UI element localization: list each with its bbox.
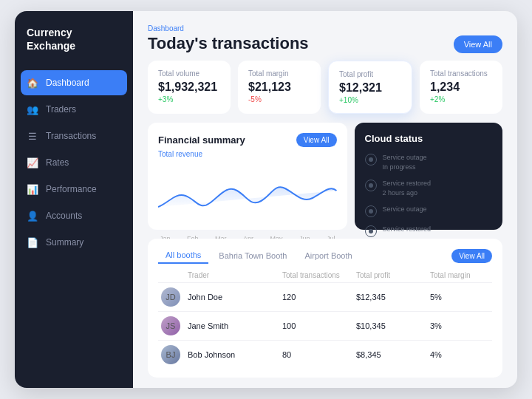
stat-label-volume: Total volume — [158, 69, 220, 78]
cloud-item-2: Service outage — [365, 205, 493, 217]
chart-header: Financial summary View All — [158, 133, 337, 147]
col-trader: Trader — [188, 271, 282, 279]
sidebar-label-summary: Summary — [46, 237, 83, 248]
cloud-item-sub-1: 2 hours ago — [383, 188, 432, 198]
cloud-item-text-0: Service outage In progress — [383, 153, 427, 171]
traders-icon: 👥 — [27, 103, 38, 115]
chart-area — [158, 163, 337, 232]
cloud-item-main-0: Service outage — [383, 153, 427, 163]
cloud-item-sub-0: In progress — [383, 163, 427, 172]
row-1-transactions: 100 — [282, 321, 356, 330]
row-2-profit: $8,345 — [356, 350, 430, 359]
avatar-2: BJ — [161, 345, 180, 364]
sidebar-label-rates: Rates — [46, 157, 69, 168]
sidebar-item-accounts[interactable]: 👤 Accounts — [15, 203, 133, 228]
table-row: BJ Bob Johnson 80 $8,345 4% — [158, 340, 492, 369]
tab-airport[interactable]: Airport Booth — [297, 248, 359, 263]
col-profit: Total profit — [356, 271, 430, 279]
row-0-margin: 5% — [430, 293, 489, 301]
sidebar: Currency Exchange 🏠 Dashboard 👥 Traders … — [15, 11, 133, 388]
rates-icon: 📈 — [27, 157, 38, 168]
chart-view-all-button[interactable]: View All — [296, 133, 337, 147]
cloud-item-text-1: Service restored 2 hours ago — [383, 179, 432, 197]
transactions-icon: ☰ — [27, 130, 38, 142]
stat-label-transactions: Total transactions — [430, 69, 492, 78]
stat-card-margin: Total margin $21,123 -5% — [238, 61, 321, 114]
row-1-margin: 3% — [430, 321, 489, 330]
cloud-title: Cloud status — [365, 133, 493, 144]
cloud-item-main-2: Service outage — [383, 205, 427, 214]
avatar-0: JD — [161, 287, 180, 307]
stats-row: Total volume $1,932,321 +3% Total margin… — [133, 61, 517, 114]
stat-card-volume: Total volume $1,932,321 +3% — [148, 61, 231, 114]
bottom-section: All booths Bahria Town Booth Airport Boo… — [148, 239, 502, 378]
stat-change-margin: -5% — [248, 95, 310, 103]
cloud-dot-2 — [365, 205, 377, 217]
page-title: Today's transactions — [148, 34, 309, 53]
row-1-name: Jane Smith — [188, 321, 282, 330]
header-titles: Dashboard Today's transactions — [148, 24, 309, 53]
row-2-transactions: 80 — [282, 350, 356, 359]
sidebar-item-rates[interactable]: 📈 Rates — [15, 150, 133, 175]
stat-change-profit: +10% — [339, 96, 401, 104]
summary-icon: 📄 — [27, 236, 38, 248]
tab-bahria[interactable]: Bahria Town Booth — [211, 248, 294, 263]
main-content: Dashboard Today's transactions View All … — [133, 11, 517, 388]
header-view-all-button[interactable]: View All — [454, 35, 502, 53]
table-row: JS Jane Smith 100 $10,345 3% — [158, 311, 492, 340]
performance-icon: 📊 — [27, 183, 38, 195]
cloud-item-3: Service restored — [365, 225, 493, 237]
sidebar-label-dashboard: Dashboard — [46, 78, 89, 88]
cloud-item-text-3: Service restored — [383, 225, 432, 234]
sidebar-item-dashboard[interactable]: 🏠 Dashboard — [21, 70, 127, 95]
row-1-profit: $10,345 — [356, 321, 430, 330]
cloud-dot-1 — [365, 180, 377, 191]
app-shell: Currency Exchange 🏠 Dashboard 👥 Traders … — [15, 11, 517, 388]
stat-card-transactions: Total transactions 1,234 +2% — [420, 61, 502, 114]
col-transactions: Total transactions — [282, 271, 356, 279]
stat-value-profit: $12,321 — [339, 81, 401, 95]
breadcrumb: Dashboard — [148, 24, 309, 33]
stat-value-margin: $21,123 — [248, 81, 310, 94]
table-row: JD John Doe 120 $12,345 5% — [158, 282, 492, 311]
sidebar-item-performance[interactable]: 📊 Performance — [15, 177, 133, 202]
row-0-transactions: 120 — [282, 293, 356, 301]
sidebar-brand: Currency Exchange — [15, 26, 133, 70]
row-2-margin: 4% — [430, 350, 489, 359]
sidebar-label-transactions: Transactions — [46, 131, 96, 141]
accounts-icon: 👤 — [27, 210, 38, 222]
sidebar-item-summary[interactable]: 📄 Summary — [15, 230, 133, 255]
cloud-timeline: Service outage In progress Service resto… — [365, 153, 493, 245]
stat-label-profit: Total profit — [339, 70, 401, 78]
cloud-dot-3 — [365, 225, 377, 237]
stat-card-profit: Total profit $12,321 +10% — [328, 61, 412, 114]
sidebar-label-accounts: Accounts — [46, 211, 82, 221]
main-header: Dashboard Today's transactions View All — [133, 11, 517, 61]
stat-value-transactions: 1,234 — [430, 81, 492, 94]
sidebar-item-traders[interactable]: 👥 Traders — [15, 97, 133, 122]
sidebar-label-performance: Performance — [46, 184, 97, 194]
row-2-name: Bob Johnson — [188, 350, 282, 359]
stat-change-volume: +3% — [158, 95, 220, 103]
col-margin: Total margin — [430, 271, 489, 279]
cloud-status-card: Cloud status Service outage In progress … — [355, 123, 503, 230]
tabs-row: All booths Bahria Town Booth Airport Boo… — [158, 248, 492, 264]
stat-value-volume: $1,932,321 — [158, 81, 220, 94]
dashboard-icon: 🏠 — [27, 77, 38, 89]
cloud-item-0: Service outage In progress — [365, 153, 493, 171]
middle-row: Financial summary View All Total revenue — [133, 123, 517, 230]
sidebar-label-traders: Traders — [46, 104, 76, 115]
chart-title: Financial summary — [158, 134, 245, 146]
row-0-profit: $12,345 — [356, 293, 430, 301]
cloud-item-1: Service restored 2 hours ago — [365, 179, 493, 197]
sidebar-item-transactions[interactable]: ☰ Transactions — [15, 123, 133, 149]
avatar-1: JS — [161, 316, 180, 335]
table-view-all-button[interactable]: View All — [451, 249, 492, 263]
cloud-item-text-2: Service outage — [383, 205, 427, 214]
sidebar-nav: 🏠 Dashboard 👥 Traders ☰ Transactions 📈 R… — [15, 70, 133, 255]
row-0-name: John Doe — [188, 293, 282, 301]
tab-all-booths[interactable]: All booths — [158, 248, 208, 264]
cloud-item-main-1: Service restored — [383, 179, 432, 188]
stat-change-transactions: +2% — [430, 95, 492, 103]
cloud-dot-0 — [365, 154, 377, 166]
